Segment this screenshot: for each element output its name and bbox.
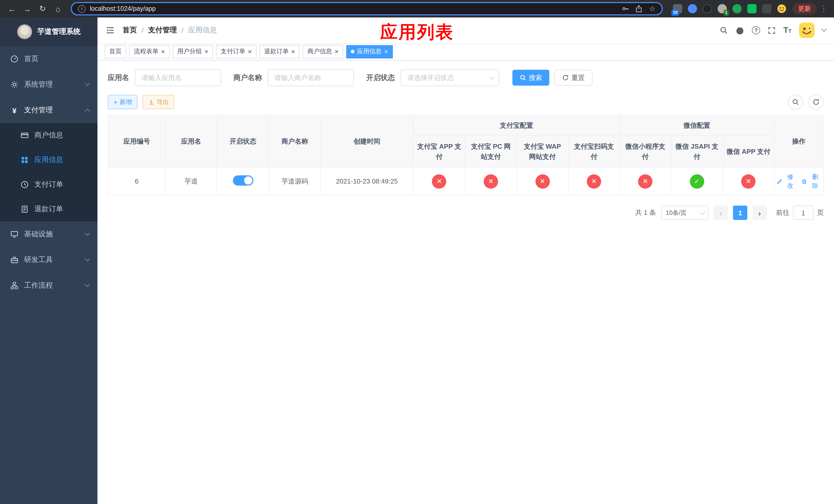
tab-home[interactable]: 首页 <box>105 45 126 58</box>
sidebar-item-refund-orders[interactable]: 退款订单 <box>0 197 97 222</box>
extension-icon[interactable]: 10 <box>673 4 682 13</box>
sidebar-item-infrastructure[interactable]: 基础设施 <box>0 222 97 247</box>
refresh-button[interactable] <box>808 94 824 110</box>
chevron-down-icon <box>490 74 495 79</box>
cell-wechat-jsapi: ✓ <box>671 167 723 195</box>
back-icon[interactable]: ← <box>5 2 19 15</box>
extension-icon[interactable] <box>688 4 697 13</box>
sidebar-item-payment[interactable]: ¥ 支付管理 <box>0 97 97 123</box>
tab-close-icon[interactable]: × <box>248 48 251 55</box>
home-icon[interactable]: ⌂ <box>51 2 65 15</box>
sidebar-item-system[interactable]: 系统管理 <box>0 72 97 97</box>
tab-close-icon[interactable]: × <box>291 48 295 55</box>
add-button[interactable]: + 新增 <box>108 95 137 109</box>
sidebar-item-home[interactable]: 首页 <box>0 46 97 72</box>
app-name-input[interactable] <box>135 69 221 86</box>
reset-button[interactable]: 重置 <box>554 70 592 86</box>
site-info-icon[interactable]: i <box>78 5 86 13</box>
help-icon[interactable]: ? <box>752 26 760 35</box>
extension-icon[interactable] <box>747 4 756 13</box>
sidebar-item-label: 首页 <box>24 54 39 64</box>
tab-close-icon[interactable]: × <box>335 48 338 55</box>
col-group-wechat: 微信配置 <box>620 115 774 136</box>
tab-close-icon[interactable]: × <box>161 48 165 55</box>
tab-close-icon[interactable]: × <box>204 48 208 55</box>
profile-avatar-icon[interactable]: 1 <box>718 4 727 13</box>
next-page-button[interactable]: › <box>752 206 767 220</box>
bookmark-star-icon[interactable]: ☆ <box>649 5 656 12</box>
edit-link[interactable]: 修改 <box>776 173 796 190</box>
user-avatar[interactable] <box>799 23 814 38</box>
status-select[interactable]: 请选择开启状态 <box>401 69 499 86</box>
sidebar-item-label: 研发工具 <box>24 255 53 265</box>
browser-update-button[interactable]: 更新 <box>792 3 816 14</box>
breadcrumb-item[interactable]: 首页 <box>123 26 137 35</box>
cell-status <box>217 167 269 195</box>
sidebar-item-dev-tools[interactable]: 研发工具 <box>0 247 97 273</box>
password-key-icon[interactable] <box>622 5 629 12</box>
emoji-extension-icon[interactable] <box>777 4 786 13</box>
sidebar-item-pay-orders[interactable]: 支付订单 <box>0 172 97 197</box>
tab-process-form[interactable]: 流程表单× <box>129 45 170 58</box>
tab-user-group[interactable]: 用户分组× <box>173 45 213 58</box>
sidebar-item-app-info[interactable]: 应用信息 <box>0 148 97 172</box>
extensions-puzzle-icon[interactable] <box>762 4 771 13</box>
tab-refund-orders[interactable]: 退款订单× <box>260 45 300 58</box>
tab-app-info[interactable]: 应用信息× <box>346 45 393 58</box>
page-number-button[interactable]: 1 <box>733 206 747 220</box>
page: ← → ↻ ⌂ i localhost:1024/pay/app ☆ 10 1 <box>0 0 834 504</box>
font-size-icon[interactable]: TT <box>783 26 791 35</box>
tab-merchant-info[interactable]: 商户信息× <box>303 45 343 58</box>
cell-app-id: 6 <box>108 167 166 195</box>
breadcrumb-item[interactable]: 支付管理 <box>148 26 177 35</box>
fullscreen-icon[interactable] <box>768 26 775 34</box>
tab-pay-orders[interactable]: 支付订单× <box>216 45 256 58</box>
status-toggle[interactable] <box>233 175 253 186</box>
sidebar-item-workflow[interactable]: 工作流程 <box>0 273 97 298</box>
chevron-up-icon <box>85 109 90 114</box>
page-content: 应用名 商户名称 开启状态 请选择开启状态 <box>97 61 834 504</box>
plus-icon: + <box>113 98 117 106</box>
reload-icon[interactable]: ↻ <box>36 2 49 15</box>
browser-menu-icon[interactable]: ⋮ <box>819 4 829 13</box>
share-icon[interactable] <box>636 5 642 12</box>
search-button[interactable]: 搜索 <box>512 70 549 86</box>
search-icon[interactable] <box>720 26 728 35</box>
extensions-area: 10 1 <box>673 4 786 13</box>
chevron-down-icon <box>700 209 705 214</box>
goto-page-input[interactable] <box>793 206 813 220</box>
cell-alipay-app: ✕ <box>413 167 465 195</box>
clock-icon <box>21 181 29 189</box>
page-size-select[interactable]: 10条/页 <box>661 206 708 220</box>
delete-link[interactable]: 删除 <box>802 173 821 190</box>
sidebar-item-label: 应用信息 <box>35 155 63 165</box>
chevron-down-icon <box>85 230 90 235</box>
url-text: localhost:1024/pay/app <box>90 5 618 12</box>
annotation-app-list: 应用列表 <box>380 21 454 44</box>
sidebar-item-merchant-info[interactable]: 商户信息 <box>0 123 97 148</box>
merchant-name-input[interactable] <box>268 69 354 86</box>
export-button[interactable]: 导出 <box>142 95 174 109</box>
col-wechat-app: 微信 APP 支付 <box>723 136 774 167</box>
forward-icon[interactable]: → <box>21 2 34 15</box>
col-wechat-jsapi: 微信 JSAPI 支付 <box>671 136 723 167</box>
grid-icon <box>21 156 29 164</box>
url-bar[interactable]: i localhost:1024/pay/app ☆ <box>71 2 663 15</box>
merchant-name-label: 商户名称 <box>233 73 262 82</box>
toggle-search-button[interactable] <box>788 94 803 110</box>
avatar-caret-icon[interactable] <box>821 26 827 31</box>
col-actions: 操作 <box>774 115 824 167</box>
github-icon[interactable] <box>736 26 744 35</box>
extension-icon[interactable] <box>703 4 712 13</box>
prev-page-button[interactable]: ‹ <box>714 206 728 220</box>
sidebar-toggle-icon[interactable] <box>106 26 115 35</box>
cell-merchant: 芋道源码 <box>269 167 320 195</box>
tab-close-icon[interactable]: × <box>384 48 388 55</box>
extension-icon[interactable] <box>732 4 742 13</box>
sidebar-item-label: 工作流程 <box>24 281 53 290</box>
navbar-actions: ? TT <box>720 23 826 38</box>
app-name-label: 应用名 <box>108 73 129 82</box>
chevron-down-icon <box>85 281 90 287</box>
sidebar-logo[interactable]: 芋道管理系统 <box>0 18 97 46</box>
tabs-bar: 首页 流程表单× 用户分组× 支付订单× 退款订单× 商户信息× 应用信息× <box>97 43 834 61</box>
